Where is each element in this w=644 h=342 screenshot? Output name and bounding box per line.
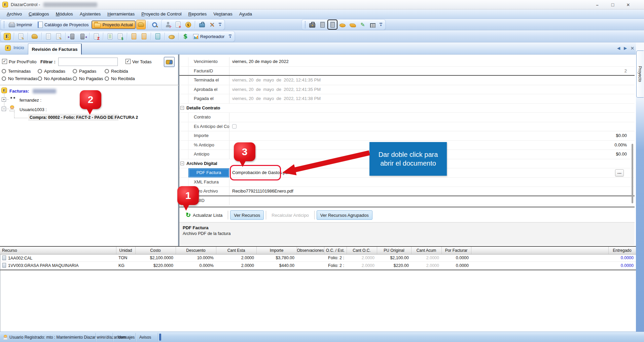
edit-tag-button[interactable] <box>358 20 367 29</box>
ver-recursos-button[interactable]: Ver Recursos <box>230 210 264 220</box>
column-header-oc-est[interactable]: O.C. / Est. <box>324 247 347 254</box>
column-header-cant-esta[interactable]: Cant Esta <box>216 247 256 254</box>
pg-row-pagada-el[interactable]: Pagada elviernes, 20 de mayo de 2022, 12… <box>179 94 635 104</box>
menu-proyecto-de-control[interactable]: Proyecto de Control <box>138 9 185 19</box>
ver-recursos-agrupados-button[interactable]: Ver Recursos Agrupados <box>317 210 372 220</box>
pg-row-aprobada-el[interactable]: Aprobada elviernes, 20 de mayo de 2022, … <box>179 85 635 95</box>
tab-close-icon[interactable]: ✕ <box>631 46 634 51</box>
export-button[interactable]: ◂ <box>78 32 87 41</box>
menu-ayuda[interactable]: Ayuda <box>236 9 255 19</box>
column-header-recurso[interactable]: Recurso <box>0 247 116 254</box>
cell-empty[interactable] <box>471 254 608 262</box>
search-button[interactable] <box>150 20 159 29</box>
resource-row-1vv003[interactable]: 1VV003:GRASA PARA MAQUINARIA KG $220.000… <box>0 262 636 270</box>
collapse-section-icon[interactable] <box>180 162 184 165</box>
radio-no-aprobadas[interactable] <box>38 76 42 81</box>
tab-scroll-right-icon[interactable]: ▶ <box>624 46 627 50</box>
cell-empty[interactable] <box>471 262 608 270</box>
status-avisos-panel[interactable]: Avisos <box>137 333 158 341</box>
column-header-importe[interactable]: Importe <box>256 247 297 254</box>
cell-cant-oc[interactable]: 2.0000 <box>347 254 377 262</box>
cell-costo[interactable]: $2,100.0000 <box>135 254 176 262</box>
cell-cant-acum[interactable]: 2.0000 <box>411 262 441 270</box>
pg-row-es-anticipo[interactable]: Es Anticipo del Contrato <box>179 122 635 132</box>
radio-terminadas[interactable] <box>2 69 6 73</box>
facturas-root-label[interactable]: Facturas: <box>9 89 29 94</box>
menu-asistentes[interactable]: Asistentes <box>76 9 104 19</box>
new-document-button[interactable] <box>44 32 53 41</box>
recalcular-anticipo-button[interactable]: Recalcular Anticipo <box>268 210 312 220</box>
menu-reportes[interactable]: Reportes <box>185 9 210 19</box>
tree-item-fernandez[interactable]: fernandez : <box>20 98 41 103</box>
property-grid-scrollbar[interactable] <box>632 144 633 203</box>
toolbar-overflow-button[interactable] <box>379 20 383 29</box>
tree-item-invoice-selected[interactable]: Compra: 00002 - Folio: FACT-2 - PAGO DE … <box>28 114 118 121</box>
pg-section-detalle-contrato[interactable]: Detalle Contrato <box>179 104 635 113</box>
column-header-descuento[interactable]: Descuento <box>176 247 216 254</box>
column-header-unidad[interactable]: Unidad <box>116 247 135 254</box>
cell-por-facturar[interactable]: 0.0000 <box>441 262 471 270</box>
teal-document-button[interactable] <box>153 32 162 41</box>
pg-row-facturaid[interactable]: FacturaID2 <box>179 67 635 76</box>
edit-document-button[interactable]: ✎ <box>16 32 25 41</box>
cell-oc-est[interactable]: Folio: 2 : <box>324 254 347 262</box>
project-catalog-button[interactable]: Catálogo de Proyectos <box>36 21 91 29</box>
tree-item-usuario1003[interactable]: Usuario1003 : <box>20 107 47 112</box>
estimate-document-button[interactable] <box>130 32 138 41</box>
hand-button[interactable] <box>30 32 39 41</box>
ver-todas-checkbox[interactable] <box>126 59 131 64</box>
diazar-home-button[interactable] <box>3 32 11 41</box>
order-document-button[interactable] <box>140 32 148 41</box>
pg-row-vencimiento[interactable]: Vencimientoviernes, 20 de mayo de 2022 <box>179 57 635 67</box>
reporteador-button[interactable]: Reporteador <box>191 33 226 40</box>
provider-button[interactable] <box>338 20 347 29</box>
collapse-section-icon[interactable] <box>180 106 184 110</box>
hand-tool-button[interactable] <box>137 20 145 29</box>
menu-catalogos[interactable]: Catálogos <box>25 9 52 19</box>
cell-entregado[interactable]: 0.0000 <box>608 262 636 270</box>
pdf-factura-label-selected[interactable]: PDF Factura <box>188 168 229 177</box>
current-project-button[interactable]: Proyecto Actual <box>92 21 135 29</box>
radio-no-pagadas[interactable] <box>73 76 77 81</box>
browse-file-button[interactable]: ... <box>615 169 624 176</box>
cell-descuento[interactable]: 0.000% <box>176 262 216 270</box>
menu-herramientas[interactable]: Herramientas <box>104 9 138 19</box>
edit-entry-button[interactable]: ✎ <box>54 32 63 41</box>
cell-recurso[interactable]: 1AA002:CAL <box>0 254 116 262</box>
column-header-cant-acum[interactable]: Cant Acum <box>411 247 441 254</box>
radio-recibida[interactable] <box>105 69 109 73</box>
pg-row-terminada-el[interactable]: Terminada elviernes, 20 de mayo de 2022,… <box>179 76 635 85</box>
column-header-pu-original[interactable]: PU Original <box>377 247 411 254</box>
por-prov-folio-checkbox[interactable] <box>2 59 7 64</box>
pg-row-uuid[interactable]: UUID <box>179 196 635 206</box>
cell-cant-oc[interactable]: 2.0000 <box>347 262 377 270</box>
table-view-button[interactable] <box>368 20 377 29</box>
cell-cant-esta[interactable]: 2.0000 <box>216 254 256 262</box>
invoice-document-button[interactable]: $ <box>116 32 124 41</box>
building-button[interactable] <box>318 20 327 29</box>
cell-observaciones[interactable] <box>297 262 324 270</box>
cell-unidad[interactable]: TON <box>116 254 135 262</box>
radio-pagadas[interactable] <box>73 69 77 73</box>
cell-recurso[interactable]: 1VV003:GRASA PARA MAQUINARIA <box>0 262 116 270</box>
toolbar-drag-grip[interactable] <box>3 21 5 28</box>
cell-pu-original[interactable]: $2,100.00 <box>377 254 411 262</box>
menu-ventanas[interactable]: Ventanas <box>210 9 236 19</box>
cell-entregado[interactable]: 0.0000 <box>608 254 636 262</box>
menu-modulos[interactable]: Módulos <box>52 9 76 19</box>
signature-document-button[interactable]: Z <box>92 32 101 41</box>
collapse-icon-user[interactable] <box>2 107 6 111</box>
toolbar-overflow-button[interactable] <box>228 32 232 41</box>
maximize-button[interactable] <box>605 0 620 9</box>
tab-scroll-left-icon[interactable]: ◀ <box>617 46 620 50</box>
filter-input[interactable] <box>58 58 118 66</box>
toolbar-overflow-button[interactable] <box>218 20 222 29</box>
import-button[interactable]: ▸ <box>68 32 77 41</box>
pg-row-importe[interactable]: Importe$0.00 <box>179 131 635 141</box>
toolbox-button[interactable] <box>198 20 206 29</box>
column-header-costo[interactable]: Costo <box>135 247 176 254</box>
radio-no-terminadas[interactable] <box>2 76 6 81</box>
agreement-button[interactable] <box>348 20 357 29</box>
pg-row-contrato[interactable]: Contrato <box>179 113 635 122</box>
tab-inicio[interactable]: Inicio <box>13 45 24 50</box>
